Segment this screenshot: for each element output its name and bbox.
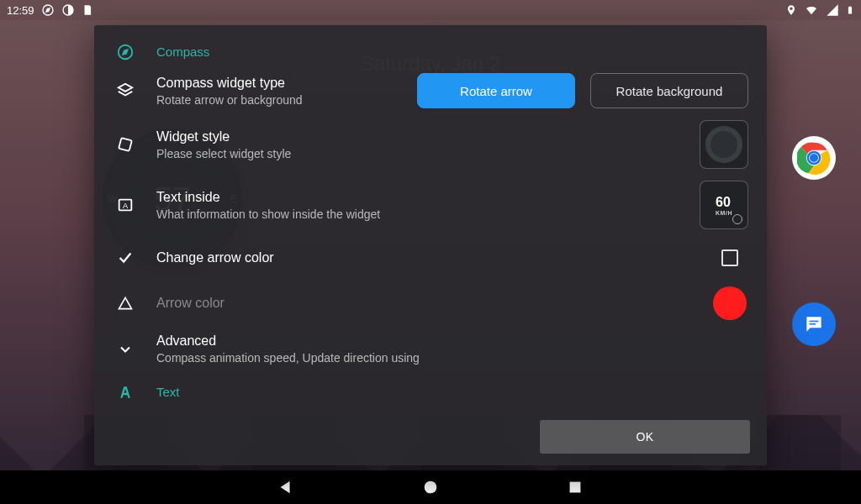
layers-icon (116, 81, 135, 100)
row-widget-type: Compass widget type Rotate arrow or back… (113, 67, 748, 114)
row-text-inside[interactable]: A Text inside What information to show i… (113, 175, 748, 235)
chevron-down-icon (117, 341, 134, 358)
svg-rect-13 (570, 482, 581, 493)
arrow-color-title: Arrow color (156, 294, 695, 312)
arrow-color-swatch[interactable] (713, 286, 747, 320)
row-arrow-color[interactable]: Arrow color (113, 281, 748, 326)
check-icon (116, 249, 135, 267)
svg-point-12 (425, 481, 437, 494)
battery-status-icon (846, 3, 854, 17)
settings-dialog: Compass Compass widget type Rotate arrow… (94, 25, 767, 465)
compass-status-icon (41, 3, 55, 17)
change-arrow-color-checkbox[interactable] (721, 249, 738, 266)
advanced-sub: Compass animation speed, Update directio… (156, 350, 748, 366)
status-bar: 12:59 (0, 0, 861, 20)
svg-rect-6 (810, 321, 819, 323)
rotate-background-button[interactable]: Rotate background (590, 73, 748, 108)
row-change-arrow-color[interactable]: Change arrow color (113, 235, 748, 281)
svg-point-5 (810, 154, 818, 162)
text-format-icon (117, 384, 134, 401)
svg-rect-9 (119, 138, 132, 151)
widget-type-title: Compass widget type (156, 74, 399, 92)
nav-home-button[interactable] (421, 478, 440, 496)
text-inside-sub: What information to show inside the widg… (156, 207, 681, 223)
change-arrow-color-title: Change arrow color (156, 249, 703, 267)
section-compass: Compass (113, 37, 748, 67)
nav-recent-button[interactable] (566, 478, 584, 496)
svg-text:A: A (123, 202, 129, 210)
row-advanced[interactable]: Advanced Compass animation speed, Update… (113, 326, 748, 372)
preview-speed-value: 60 (716, 195, 731, 209)
status-time: 12:59 (7, 4, 34, 17)
advanced-title: Advanced (156, 332, 748, 350)
triangle-outline-icon (117, 295, 134, 312)
preview-speed-unit: KM/H (716, 210, 732, 216)
text-inside-preview: 60 KM/H (700, 181, 748, 229)
location-status-icon (785, 3, 797, 17)
section-text-label: Text (156, 383, 748, 402)
navigation-bar (0, 470, 861, 504)
section-text: Text (113, 377, 748, 407)
row-widget-style[interactable]: Widget style Please select widget style (113, 114, 748, 175)
widget-style-sub: Please select widget style (156, 146, 681, 162)
row-primary-text-color[interactable]: Primary text color (113, 407, 748, 420)
chrome-app-icon[interactable] (792, 136, 836, 180)
widget-type-sub: Rotate arrow or background (156, 92, 399, 108)
ok-button[interactable]: OK (540, 420, 750, 454)
wifi-status-icon (804, 3, 819, 17)
nav-back-button[interactable] (277, 478, 295, 496)
sdcard-status-icon (82, 3, 93, 17)
signal-status-icon (826, 3, 839, 17)
widget-style-title: Widget style (156, 128, 681, 146)
compass-icon (116, 43, 135, 61)
messages-app-icon[interactable] (792, 302, 836, 346)
rotate-arrow-button[interactable]: Rotate arrow (417, 73, 575, 108)
svg-rect-7 (810, 323, 816, 325)
section-compass-label: Compass (156, 43, 748, 61)
text-rect-icon: A (116, 196, 135, 214)
contrast-status-icon (61, 3, 75, 17)
widget-style-preview (700, 120, 748, 169)
style-icon (116, 135, 135, 154)
text-inside-title: Text inside (156, 188, 681, 207)
